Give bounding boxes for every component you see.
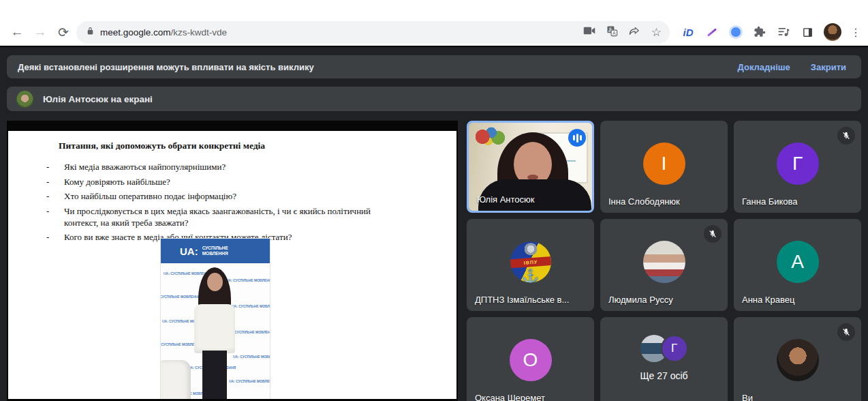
extension-warning-banner: Деякі встановлені розширення можуть впли…	[7, 55, 861, 78]
wall-logo: UA: СУСПІЛЬНЕ МОВЛЕННЯ	[233, 355, 270, 359]
more-people-label: Ще 27 осіб	[600, 370, 728, 381]
photo-avatar	[777, 339, 819, 381]
slide-photo: UA: СУСПІЛЬНЕМОВЛЕННЯ UA: СУСПІЛЬНЕ МОВЛ…	[161, 239, 270, 399]
extensions-row: iD ⋮	[681, 23, 861, 41]
learn-more-button[interactable]: Докладніше	[738, 62, 790, 72]
initial-avatar: А	[777, 241, 819, 283]
slide-bullet: -Чи прослідковується в цих медіа якась з…	[46, 206, 456, 228]
participant-name: Оксана Шеремет	[475, 393, 545, 401]
participant-tile-lyudmila[interactable]: Людмила Руссу	[600, 219, 728, 311]
shared-screen-stage[interactable]: Питання, які допоможуть обрати конкретні…	[7, 121, 458, 401]
mic-off-icon	[704, 225, 722, 243]
share-icon[interactable]	[629, 26, 640, 39]
participant-tile-hanna[interactable]: Г Ганна Бикова	[734, 121, 861, 213]
participant-name: Ганна Бикова	[742, 196, 798, 207]
meet-app: Деякі встановлені розширення можуть впли…	[0, 46, 868, 401]
person-face	[207, 273, 223, 291]
speaking-indicator-icon	[568, 129, 586, 147]
side-panel-icon[interactable]	[800, 25, 815, 40]
presentation-slide: Питання, які допоможуть обрати конкретні…	[8, 131, 456, 399]
camera-permission-icon[interactable]	[583, 26, 595, 38]
chair	[161, 360, 191, 399]
translate-icon[interactable]: あA	[606, 25, 618, 40]
anchor-icon: ⚓	[522, 268, 539, 282]
browser-toolbar: ← → ⟳ meet.google.com/kzs-kwdt-vde あA	[0, 19, 868, 45]
url-domain: meet.google.com	[100, 27, 171, 38]
url-path: /kzs-kwdt-vde	[171, 27, 228, 38]
address-bar-icons: あA ☆	[583, 25, 662, 40]
logo-emblem	[524, 243, 538, 255]
overflow-avatars: Г	[640, 335, 688, 362]
mic-off-icon	[837, 323, 855, 341]
address-bar[interactable]: meet.google.com/kzs-kwdt-vde あA ☆	[76, 21, 670, 44]
svg-text:A: A	[613, 31, 616, 36]
participant-name: ДПТНЗ Ізмаїльське в...	[475, 295, 569, 305]
forward-button[interactable]: →	[30, 22, 50, 42]
slide-bullet: -Кому довіряють найбільше?	[46, 177, 456, 188]
browser-chrome: ← → ⟳ meet.google.com/kzs-kwdt-vde あA	[0, 0, 868, 46]
lock-icon	[86, 26, 95, 38]
person-blouse	[194, 304, 235, 353]
mic-off-icon	[837, 127, 855, 145]
bookmark-star-icon[interactable]: ☆	[651, 25, 662, 40]
ua-brand-banner: UA: СУСПІЛЬНЕМОВЛЕННЯ	[161, 239, 270, 263]
overflow-tile-more-people[interactable]: Г Ще 27 осіб	[600, 317, 728, 401]
initial-avatar: І	[643, 143, 685, 185]
profile-avatar[interactable]	[824, 23, 841, 41]
presenter-text: Юлія Антосюк на екрані	[43, 94, 153, 104]
close-warning-button[interactable]: Закрити	[811, 62, 846, 72]
recorder-extension-icon[interactable]	[728, 25, 743, 40]
presenter-avatar	[16, 91, 33, 108]
participant-tile-you[interactable]: Ви	[734, 317, 861, 401]
id-extension-icon[interactable]: iD	[681, 25, 696, 40]
participant-tile-oksana[interactable]: О Оксана Шеремет	[467, 317, 594, 401]
wall-logo: UA: СУСПІЛЬНЕ МОВЛЕННЯ	[226, 278, 270, 282]
photo-avatar	[643, 241, 685, 283]
url-text: meet.google.com/kzs-kwdt-vde	[100, 27, 578, 38]
initial-avatar: Г	[777, 143, 819, 185]
presenter-banner: Юлія Антосюк на екрані	[7, 87, 861, 111]
wall-logo: UA: СУСПІЛЬНЕ МОВЛЕННЯ	[232, 304, 270, 308]
warning-text: Деякі встановлені розширення можуть впли…	[18, 62, 314, 72]
participant-tile-anna[interactable]: А Анна Кравец	[734, 219, 861, 311]
initial-avatar: О	[510, 339, 552, 381]
warning-actions: Докладніше Закрити	[738, 62, 846, 72]
meet-content: Питання, які допоможуть обрати конкретні…	[7, 121, 861, 401]
initial-avatar: Г	[661, 335, 688, 362]
slide-bullet-list: -Які медіа вважаються найпопулярнішими? …	[8, 162, 456, 243]
participant-name: Анна Кравец	[742, 295, 794, 305]
slide-bullet: -Хто найбільш оперативно подає інформаці…	[46, 191, 456, 203]
slide-title: Питання, які допоможуть обрати конкретні…	[8, 131, 456, 151]
media-controls-icon[interactable]	[776, 25, 791, 40]
wall-logo: UA: СУСПІЛЬНЕ МОВЛЕННЯ	[161, 295, 200, 299]
person-pants	[202, 351, 227, 399]
wall-logo: UA: СУСПІЛЬНЕ МОВЛЕННЯ	[229, 379, 270, 383]
logo-ribbon: ІВПУ	[510, 256, 551, 268]
participant-tile-inna[interactable]: І Інна Слободянюк	[600, 121, 728, 213]
participant-name: Людмила Руссу	[608, 295, 673, 305]
slide-bullet: -Які медіа вважаються найпопулярнішими?	[46, 162, 456, 173]
participant-name: Інна Слободянюк	[608, 196, 680, 207]
extensions-puzzle-icon[interactable]	[752, 25, 767, 40]
participant-name: Ви	[742, 393, 753, 401]
browser-window: ← → ⟳ meet.google.com/kzs-kwdt-vde あA	[0, 0, 868, 401]
participant-tile-yuliia[interactable]: Юлія Антосюк	[467, 121, 594, 213]
back-button[interactable]: ←	[7, 22, 27, 42]
browser-menu-icon[interactable]: ⋮	[850, 26, 861, 39]
participant-tile-school[interactable]: ІВПУ ⚓ ДПТНЗ Ізмаїльське в...	[467, 219, 594, 311]
reload-button[interactable]: ⟳	[53, 22, 74, 42]
participant-name: Юлія Антосюк	[477, 194, 535, 205]
school-logo-avatar: ІВПУ ⚓	[510, 241, 551, 282]
participants-grid: Юлія Антосюк І Інна Слободянюк Г Ганна Б…	[467, 121, 861, 401]
pen-extension-icon[interactable]	[704, 25, 719, 40]
shelf-toy	[476, 125, 507, 146]
